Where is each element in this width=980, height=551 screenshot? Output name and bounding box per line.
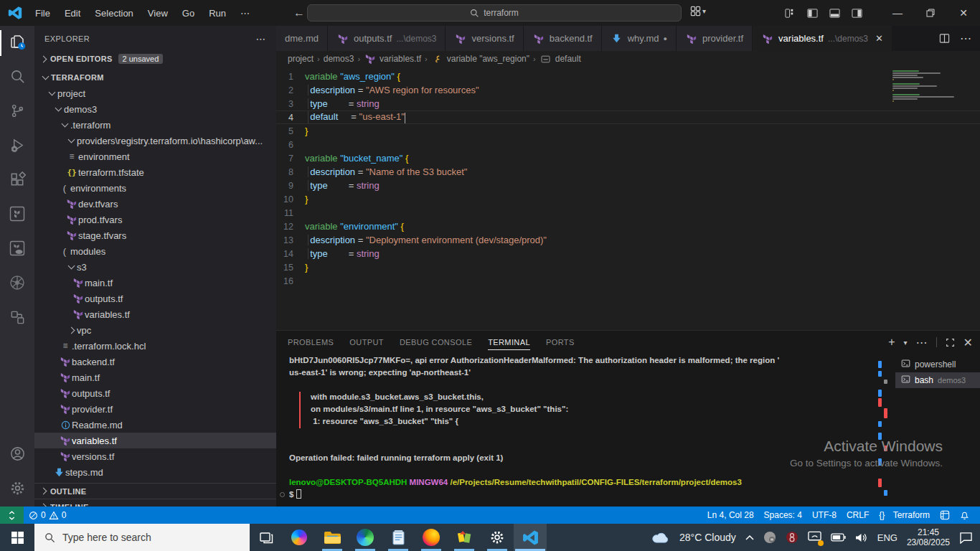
edge-button[interactable] bbox=[349, 524, 382, 551]
file-explorer-button[interactable] bbox=[316, 524, 349, 551]
task-view-button[interactable] bbox=[250, 524, 283, 551]
tree-item-.terraform.lock.hcl[interactable]: ≡.terraform.lock.hcl bbox=[34, 338, 276, 354]
tree-item-main.tf[interactable]: main.tf bbox=[34, 275, 276, 291]
tree-item-stage.tfvars[interactable]: stage.tfvars bbox=[34, 227, 276, 243]
cursor-position[interactable]: Ln 4, Col 28 bbox=[702, 507, 759, 524]
panel-tab-debug-console[interactable]: DEBUG CONSOLE bbox=[400, 331, 472, 354]
close-button[interactable]: ✕ bbox=[947, 0, 980, 26]
action-center-icon[interactable] bbox=[959, 532, 973, 544]
tree-item-modules[interactable]: modules bbox=[34, 243, 276, 259]
tree-item-provider.tf[interactable]: provider.tf bbox=[34, 401, 276, 417]
breadcrumb-1[interactable]: demos3 bbox=[324, 54, 354, 64]
tree-item-terraform[interactable]: TERRAFORM bbox=[34, 70, 276, 85]
remote-explorer-icon[interactable] bbox=[935, 507, 955, 524]
copilot-button[interactable] bbox=[283, 524, 316, 551]
menu-more[interactable]: ⋯ bbox=[234, 5, 256, 22]
new-terminal-icon[interactable]: + bbox=[888, 336, 895, 349]
notepad-button[interactable] bbox=[382, 524, 415, 551]
tree-item-.terraform[interactable]: .terraform bbox=[34, 117, 276, 133]
activity-terraform[interactable] bbox=[0, 198, 34, 232]
editor-more-icon[interactable]: ⋯ bbox=[960, 32, 971, 45]
outline-section[interactable]: OUTLINE bbox=[34, 483, 276, 499]
tree-item-environments[interactable]: environments bbox=[34, 180, 276, 196]
activity-kubernetes[interactable] bbox=[0, 267, 34, 301]
maximize-panel-icon[interactable] bbox=[946, 338, 955, 347]
problems-status[interactable]: 0 0 bbox=[24, 507, 71, 524]
toggle-sidebar-icon[interactable] bbox=[807, 8, 818, 19]
customize-layout-icon[interactable] bbox=[785, 8, 796, 19]
tray-expand-chevron-icon[interactable] bbox=[745, 534, 754, 540]
indentation[interactable]: Spaces: 4 bbox=[759, 507, 807, 524]
panel-tab-terminal[interactable]: TERMINAL bbox=[488, 331, 530, 354]
tab-dme.md[interactable]: dme.md bbox=[276, 26, 328, 51]
minimize-button[interactable]: — bbox=[881, 0, 914, 26]
weather-text[interactable]: 28°C Cloudy bbox=[679, 532, 736, 543]
menu-run[interactable]: Run bbox=[202, 5, 232, 22]
tree-item-outputs.tf[interactable]: outputs.tf bbox=[34, 385, 276, 401]
tree-item-dev.tfvars[interactable]: dev.tfvars bbox=[34, 196, 276, 212]
tree-item-environment[interactable]: ≡environment bbox=[34, 149, 276, 164]
panel-tab-output[interactable]: OUTPUT bbox=[349, 331, 384, 354]
breadcrumb-4[interactable]: default bbox=[540, 54, 581, 64]
notifications-bell-icon[interactable] bbox=[955, 507, 974, 524]
activity-containers[interactable] bbox=[0, 301, 34, 336]
tab-versions.tf[interactable]: versions.tf bbox=[446, 26, 523, 51]
language-indicator[interactable]: ENG bbox=[877, 532, 897, 543]
activity-terraform-cloud[interactable] bbox=[0, 232, 34, 267]
volume-icon[interactable] bbox=[855, 532, 868, 543]
shell-powershell[interactable]: powershell bbox=[895, 357, 980, 372]
menu-go[interactable]: Go bbox=[176, 5, 201, 22]
panel-more-icon[interactable]: ⋯ bbox=[916, 336, 928, 349]
breadcrumb-0[interactable]: project bbox=[288, 54, 314, 64]
tree-item-prod.tfvars[interactable]: prod.tfvars bbox=[34, 212, 276, 227]
terminal-output[interactable]: bHtD7Jun0060RI5Jcp77MKFo=, api error Aut… bbox=[276, 355, 882, 507]
timeline-section[interactable]: TIMELINE bbox=[34, 499, 276, 507]
tree-item-versions.tf[interactable]: versions.tf bbox=[34, 448, 276, 464]
restore-button[interactable] bbox=[914, 0, 947, 26]
explorer-more-icon[interactable]: ⋯ bbox=[256, 33, 266, 44]
language-mode[interactable]: {} Terraform bbox=[874, 507, 935, 524]
firefox-button[interactable] bbox=[415, 524, 448, 551]
tree-item-project[interactable]: project bbox=[34, 85, 276, 101]
grid-menu-icon[interactable]: ▾ bbox=[690, 6, 706, 17]
tab-outputs.tf[interactable]: outputs.tf...\demos3 bbox=[328, 26, 446, 51]
panel-tab-problems[interactable]: PROBLEMS bbox=[288, 331, 334, 354]
close-tab-icon[interactable]: ✕ bbox=[875, 33, 883, 44]
back-arrow-icon[interactable]: ← bbox=[293, 6, 305, 19]
clock[interactable]: 21:45 23/08/2025 bbox=[907, 527, 950, 547]
breadcrumb-3[interactable]: variable "aws_region" bbox=[431, 54, 529, 64]
tab-why.md[interactable]: why.md● bbox=[602, 26, 677, 51]
activity-search[interactable] bbox=[0, 60, 34, 95]
taskbar-search[interactable]: Type here to search bbox=[34, 524, 250, 551]
minimap[interactable] bbox=[892, 70, 958, 105]
command-center-search[interactable]: terraform bbox=[307, 4, 682, 22]
activity-settings[interactable] bbox=[0, 472, 34, 507]
activity-extensions[interactable] bbox=[0, 164, 34, 198]
battery-icon[interactable] bbox=[831, 533, 846, 542]
tab-variables.tf[interactable]: variables.tf...\demos3✕ bbox=[753, 26, 892, 51]
tree-item-readme.md[interactable]: Readme.md bbox=[34, 417, 276, 433]
tree-item-backend.tf[interactable]: backend.tf bbox=[34, 354, 276, 369]
launch-profile-chevron-icon[interactable]: ▾ bbox=[904, 339, 908, 347]
open-editors-header[interactable]: OPEN EDITORS 2 unsaved bbox=[34, 51, 276, 67]
activity-source-control[interactable] bbox=[0, 95, 34, 129]
tree-item-main.tf[interactable]: main.tf bbox=[34, 369, 276, 385]
remote-indicator[interactable] bbox=[0, 507, 24, 524]
menu-edit[interactable]: Edit bbox=[58, 5, 87, 22]
activity-run-debug[interactable] bbox=[0, 129, 34, 164]
shell-bash[interactable]: bashdemos3 bbox=[895, 372, 980, 388]
cast-icon[interactable] bbox=[808, 531, 821, 545]
tree-item-vpc[interactable]: vpc bbox=[34, 322, 276, 338]
audio-device-icon[interactable] bbox=[763, 531, 776, 544]
tree-item-demos3[interactable]: demos3 bbox=[34, 101, 276, 117]
compare-tool-button[interactable] bbox=[448, 524, 481, 551]
toggle-panel-icon[interactable] bbox=[829, 8, 840, 19]
encoding[interactable]: UTF-8 bbox=[807, 507, 842, 524]
tab-backend.tf[interactable]: backend.tf bbox=[524, 26, 602, 51]
tree-item-outputs.tf[interactable]: outputs.tf bbox=[34, 291, 276, 306]
tree-item-providers-registry.terraform.io-hashicorp-aw...[interactable]: providers\registry.terraform.io\hashicor… bbox=[34, 133, 276, 149]
breadcrumb[interactable]: project›demos3›variables.tf›variable "aw… bbox=[276, 51, 980, 67]
red-app-icon[interactable] bbox=[786, 531, 798, 544]
tree-item-s3[interactable]: s3 bbox=[34, 259, 276, 275]
tree-item-variables.tf[interactable]: variables.tf bbox=[34, 306, 276, 322]
